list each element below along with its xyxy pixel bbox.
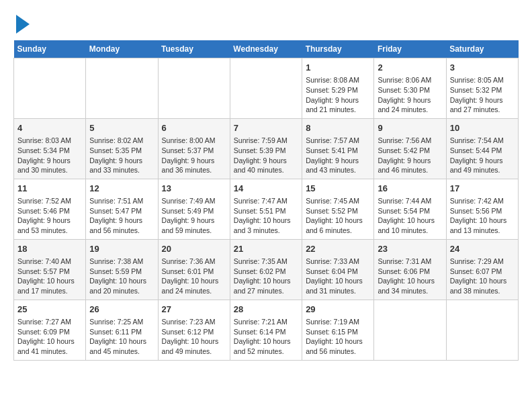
- table-row: 9Sunrise: 7:56 AM Sunset: 5:42 PM Daylig…: [374, 118, 446, 179]
- table-row: 15Sunrise: 7:45 AM Sunset: 5:52 PM Dayli…: [302, 179, 374, 239]
- day-info: Sunrise: 7:35 AM Sunset: 6:02 PM Dayligh…: [234, 257, 298, 296]
- day-number: 29: [306, 304, 370, 316]
- day-info: Sunrise: 8:06 AM Sunset: 5:30 PM Dayligh…: [378, 75, 442, 115]
- table-row: 13Sunrise: 7:49 AM Sunset: 5:49 PM Dayli…: [158, 179, 230, 239]
- table-row: 19Sunrise: 7:38 AM Sunset: 5:59 PM Dayli…: [86, 239, 158, 300]
- header-friday: Friday: [374, 40, 446, 58]
- logo: [13, 13, 30, 34]
- day-info: Sunrise: 8:00 AM Sunset: 5:37 PM Dayligh…: [162, 136, 226, 175]
- day-number: 6: [162, 122, 226, 134]
- day-info: Sunrise: 7:21 AM Sunset: 6:14 PM Dayligh…: [234, 317, 298, 357]
- table-row: [446, 300, 518, 360]
- week-row-1: 1Sunrise: 8:08 AM Sunset: 5:29 PM Daylig…: [14, 58, 519, 119]
- logo-arrow-icon: [16, 15, 30, 34]
- table-row: [374, 300, 446, 360]
- day-number: 23: [378, 243, 442, 255]
- table-row: 27Sunrise: 7:23 AM Sunset: 6:12 PM Dayli…: [158, 300, 230, 360]
- day-number: 10: [450, 122, 515, 134]
- table-row: [158, 58, 230, 119]
- day-number: 9: [378, 122, 442, 134]
- table-row: 21Sunrise: 7:35 AM Sunset: 6:02 PM Dayli…: [230, 239, 302, 300]
- day-info: Sunrise: 8:03 AM Sunset: 5:34 PM Dayligh…: [17, 136, 82, 175]
- day-number: 7: [234, 122, 298, 134]
- day-info: Sunrise: 7:25 AM Sunset: 6:11 PM Dayligh…: [89, 317, 154, 357]
- day-info: Sunrise: 7:44 AM Sunset: 5:54 PM Dayligh…: [378, 196, 442, 236]
- day-info: Sunrise: 7:38 AM Sunset: 5:59 PM Dayligh…: [89, 257, 154, 296]
- table-row: 25Sunrise: 7:27 AM Sunset: 6:09 PM Dayli…: [14, 300, 86, 360]
- table-row: [14, 58, 86, 119]
- day-info: Sunrise: 7:36 AM Sunset: 6:01 PM Dayligh…: [162, 257, 226, 296]
- header-saturday: Saturday: [446, 40, 518, 58]
- day-info: Sunrise: 7:42 AM Sunset: 5:56 PM Dayligh…: [450, 196, 515, 236]
- day-number: 2: [378, 62, 442, 74]
- day-number: 19: [89, 243, 154, 255]
- day-number: 1: [306, 62, 370, 74]
- day-number: 26: [89, 304, 154, 316]
- day-info: Sunrise: 7:57 AM Sunset: 5:41 PM Dayligh…: [306, 136, 370, 175]
- table-row: 20Sunrise: 7:36 AM Sunset: 6:01 PM Dayli…: [158, 239, 230, 300]
- day-number: 28: [234, 304, 298, 316]
- day-number: 8: [306, 122, 370, 134]
- day-info: Sunrise: 7:54 AM Sunset: 5:44 PM Dayligh…: [450, 136, 515, 175]
- table-row: 12Sunrise: 7:51 AM Sunset: 5:47 PM Dayli…: [86, 179, 158, 239]
- day-info: Sunrise: 7:52 AM Sunset: 5:46 PM Dayligh…: [17, 196, 82, 236]
- day-number: 15: [306, 183, 370, 195]
- table-row: 6Sunrise: 8:00 AM Sunset: 5:37 PM Daylig…: [158, 118, 230, 179]
- day-number: 4: [17, 122, 82, 134]
- table-row: 3Sunrise: 8:05 AM Sunset: 5:32 PM Daylig…: [446, 58, 518, 119]
- table-row: 4Sunrise: 8:03 AM Sunset: 5:34 PM Daylig…: [14, 118, 86, 179]
- day-info: Sunrise: 7:47 AM Sunset: 5:51 PM Dayligh…: [234, 196, 298, 236]
- day-info: Sunrise: 8:08 AM Sunset: 5:29 PM Dayligh…: [306, 75, 370, 115]
- table-row: 16Sunrise: 7:44 AM Sunset: 5:54 PM Dayli…: [374, 179, 446, 239]
- day-info: Sunrise: 7:51 AM Sunset: 5:47 PM Dayligh…: [89, 196, 154, 236]
- day-number: 14: [234, 183, 298, 195]
- table-row: 29Sunrise: 7:19 AM Sunset: 6:15 PM Dayli…: [302, 300, 374, 360]
- day-number: 27: [162, 304, 226, 316]
- day-number: 11: [17, 183, 82, 195]
- table-row: 8Sunrise: 7:57 AM Sunset: 5:41 PM Daylig…: [302, 118, 374, 179]
- day-number: 21: [234, 243, 298, 255]
- day-info: Sunrise: 7:31 AM Sunset: 6:06 PM Dayligh…: [378, 257, 442, 296]
- table-row: 26Sunrise: 7:25 AM Sunset: 6:11 PM Dayli…: [86, 300, 158, 360]
- day-number: 18: [17, 243, 82, 255]
- day-info: Sunrise: 7:56 AM Sunset: 5:42 PM Dayligh…: [378, 136, 442, 175]
- day-info: Sunrise: 7:27 AM Sunset: 6:09 PM Dayligh…: [17, 317, 82, 357]
- table-row: [86, 58, 158, 119]
- table-row: 18Sunrise: 7:40 AM Sunset: 5:57 PM Dayli…: [14, 239, 86, 300]
- day-info: Sunrise: 7:49 AM Sunset: 5:49 PM Dayligh…: [162, 196, 226, 236]
- header-thursday: Thursday: [302, 40, 374, 58]
- header-wednesday: Wednesday: [230, 40, 302, 58]
- day-info: Sunrise: 7:40 AM Sunset: 5:57 PM Dayligh…: [17, 257, 82, 296]
- calendar-table: Sunday Monday Tuesday Wednesday Thursday…: [13, 40, 519, 361]
- table-row: 14Sunrise: 7:47 AM Sunset: 5:51 PM Dayli…: [230, 179, 302, 239]
- day-number: 17: [450, 183, 515, 195]
- table-row: 1Sunrise: 8:08 AM Sunset: 5:29 PM Daylig…: [302, 58, 374, 119]
- table-row: 11Sunrise: 7:52 AM Sunset: 5:46 PM Dayli…: [14, 179, 86, 239]
- day-number: 24: [450, 243, 515, 255]
- calendar-header: Sunday Monday Tuesday Wednesday Thursday…: [14, 40, 519, 58]
- day-info: Sunrise: 7:33 AM Sunset: 6:04 PM Dayligh…: [306, 257, 370, 296]
- day-number: 25: [17, 304, 82, 316]
- week-row-2: 4Sunrise: 8:03 AM Sunset: 5:34 PM Daylig…: [14, 118, 519, 179]
- table-row: 10Sunrise: 7:54 AM Sunset: 5:44 PM Dayli…: [446, 118, 518, 179]
- table-row: 17Sunrise: 7:42 AM Sunset: 5:56 PM Dayli…: [446, 179, 518, 239]
- day-info: Sunrise: 7:29 AM Sunset: 6:07 PM Dayligh…: [450, 257, 515, 296]
- day-info: Sunrise: 8:02 AM Sunset: 5:35 PM Dayligh…: [89, 136, 154, 175]
- header-monday: Monday: [86, 40, 158, 58]
- table-row: [230, 58, 302, 119]
- day-number: 5: [89, 122, 154, 134]
- day-number: 20: [162, 243, 226, 255]
- day-number: 22: [306, 243, 370, 255]
- header-sunday: Sunday: [14, 40, 86, 58]
- table-row: 5Sunrise: 8:02 AM Sunset: 5:35 PM Daylig…: [86, 118, 158, 179]
- day-info: Sunrise: 8:05 AM Sunset: 5:32 PM Dayligh…: [450, 75, 515, 115]
- day-number: 12: [89, 183, 154, 195]
- table-row: 22Sunrise: 7:33 AM Sunset: 6:04 PM Dayli…: [302, 239, 374, 300]
- table-row: 28Sunrise: 7:21 AM Sunset: 6:14 PM Dayli…: [230, 300, 302, 360]
- day-number: 3: [450, 62, 515, 74]
- table-row: 24Sunrise: 7:29 AM Sunset: 6:07 PM Dayli…: [446, 239, 518, 300]
- day-info: Sunrise: 7:59 AM Sunset: 5:39 PM Dayligh…: [234, 136, 298, 175]
- table-row: 2Sunrise: 8:06 AM Sunset: 5:30 PM Daylig…: [374, 58, 446, 119]
- week-row-5: 25Sunrise: 7:27 AM Sunset: 6:09 PM Dayli…: [14, 300, 519, 360]
- day-info: Sunrise: 7:23 AM Sunset: 6:12 PM Dayligh…: [162, 317, 226, 357]
